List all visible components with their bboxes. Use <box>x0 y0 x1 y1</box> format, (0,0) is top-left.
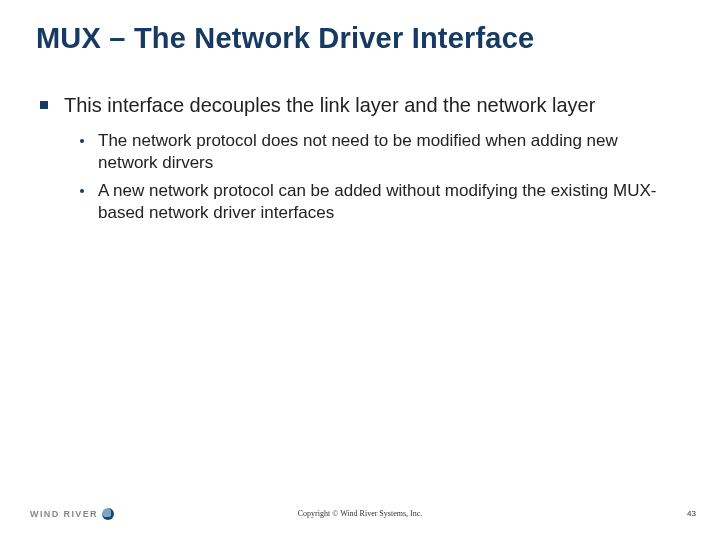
sub-bullet-text: A new network protocol can be added with… <box>98 180 668 224</box>
dot-bullet-icon <box>80 189 84 193</box>
bullet-level2: The network protocol does not need to be… <box>80 130 668 174</box>
bullet-level1: This interface decouples the link layer … <box>40 92 668 118</box>
bullet-text: This interface decouples the link layer … <box>64 92 595 118</box>
slide-title: MUX – The Network Driver Interface <box>36 22 684 55</box>
slide-body: This interface decouples the link layer … <box>40 92 668 230</box>
sub-bullets: The network protocol does not need to be… <box>80 130 668 224</box>
copyright-text: Copyright © Wind River Systems, Inc. <box>0 509 720 518</box>
square-bullet-icon <box>40 101 48 109</box>
dot-bullet-icon <box>80 139 84 143</box>
slide: MUX – The Network Driver Interface This … <box>0 0 720 540</box>
sub-bullet-text: The network protocol does not need to be… <box>98 130 668 174</box>
bullet-level2: A new network protocol can be added with… <box>80 180 668 224</box>
page-number: 43 <box>687 509 696 518</box>
